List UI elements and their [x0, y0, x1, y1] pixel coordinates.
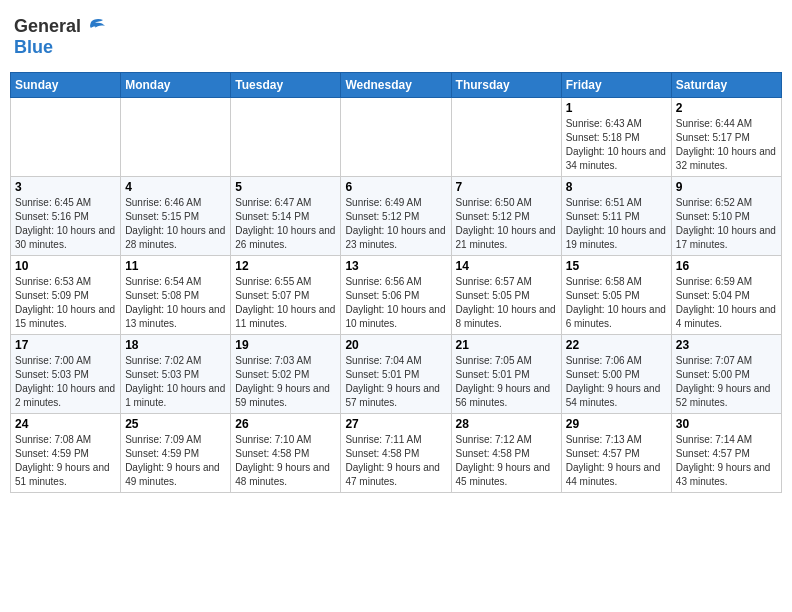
calendar-table: SundayMondayTuesdayWednesdayThursdayFrid…	[10, 72, 782, 493]
day-number: 11	[125, 259, 226, 273]
calendar-day-12: 12Sunrise: 6:55 AM Sunset: 5:07 PM Dayli…	[231, 256, 341, 335]
calendar-day-15: 15Sunrise: 6:58 AM Sunset: 5:05 PM Dayli…	[561, 256, 671, 335]
day-number: 16	[676, 259, 777, 273]
day-number: 15	[566, 259, 667, 273]
day-info: Sunrise: 6:51 AM Sunset: 5:11 PM Dayligh…	[566, 196, 667, 252]
day-info: Sunrise: 7:09 AM Sunset: 4:59 PM Dayligh…	[125, 433, 226, 489]
calendar-day-29: 29Sunrise: 7:13 AM Sunset: 4:57 PM Dayli…	[561, 414, 671, 493]
calendar-day-13: 13Sunrise: 6:56 AM Sunset: 5:06 PM Dayli…	[341, 256, 451, 335]
calendar-day-25: 25Sunrise: 7:09 AM Sunset: 4:59 PM Dayli…	[121, 414, 231, 493]
day-info: Sunrise: 7:00 AM Sunset: 5:03 PM Dayligh…	[15, 354, 116, 410]
calendar-header-wednesday: Wednesday	[341, 73, 451, 98]
calendar-day-5: 5Sunrise: 6:47 AM Sunset: 5:14 PM Daylig…	[231, 177, 341, 256]
calendar-week-row: 3Sunrise: 6:45 AM Sunset: 5:16 PM Daylig…	[11, 177, 782, 256]
calendar-header-friday: Friday	[561, 73, 671, 98]
day-number: 10	[15, 259, 116, 273]
calendar-day-22: 22Sunrise: 7:06 AM Sunset: 5:00 PM Dayli…	[561, 335, 671, 414]
day-info: Sunrise: 7:10 AM Sunset: 4:58 PM Dayligh…	[235, 433, 336, 489]
day-info: Sunrise: 6:46 AM Sunset: 5:15 PM Dayligh…	[125, 196, 226, 252]
calendar-day-11: 11Sunrise: 6:54 AM Sunset: 5:08 PM Dayli…	[121, 256, 231, 335]
day-info: Sunrise: 6:58 AM Sunset: 5:05 PM Dayligh…	[566, 275, 667, 331]
calendar-day-28: 28Sunrise: 7:12 AM Sunset: 4:58 PM Dayli…	[451, 414, 561, 493]
day-number: 20	[345, 338, 446, 352]
calendar-day-4: 4Sunrise: 6:46 AM Sunset: 5:15 PM Daylig…	[121, 177, 231, 256]
day-info: Sunrise: 6:55 AM Sunset: 5:07 PM Dayligh…	[235, 275, 336, 331]
day-number: 14	[456, 259, 557, 273]
day-number: 4	[125, 180, 226, 194]
calendar-empty-cell	[451, 98, 561, 177]
day-info: Sunrise: 6:44 AM Sunset: 5:17 PM Dayligh…	[676, 117, 777, 173]
day-info: Sunrise: 6:59 AM Sunset: 5:04 PM Dayligh…	[676, 275, 777, 331]
calendar-day-3: 3Sunrise: 6:45 AM Sunset: 5:16 PM Daylig…	[11, 177, 121, 256]
calendar-day-7: 7Sunrise: 6:50 AM Sunset: 5:12 PM Daylig…	[451, 177, 561, 256]
day-number: 8	[566, 180, 667, 194]
calendar-day-24: 24Sunrise: 7:08 AM Sunset: 4:59 PM Dayli…	[11, 414, 121, 493]
calendar-day-6: 6Sunrise: 6:49 AM Sunset: 5:12 PM Daylig…	[341, 177, 451, 256]
day-info: Sunrise: 7:11 AM Sunset: 4:58 PM Dayligh…	[345, 433, 446, 489]
day-number: 9	[676, 180, 777, 194]
day-info: Sunrise: 6:50 AM Sunset: 5:12 PM Dayligh…	[456, 196, 557, 252]
logo-bird-icon	[83, 18, 105, 36]
day-info: Sunrise: 6:56 AM Sunset: 5:06 PM Dayligh…	[345, 275, 446, 331]
calendar-day-9: 9Sunrise: 6:52 AM Sunset: 5:10 PM Daylig…	[671, 177, 781, 256]
day-info: Sunrise: 7:07 AM Sunset: 5:00 PM Dayligh…	[676, 354, 777, 410]
day-info: Sunrise: 6:52 AM Sunset: 5:10 PM Dayligh…	[676, 196, 777, 252]
calendar-week-row: 24Sunrise: 7:08 AM Sunset: 4:59 PM Dayli…	[11, 414, 782, 493]
calendar-day-21: 21Sunrise: 7:05 AM Sunset: 5:01 PM Dayli…	[451, 335, 561, 414]
calendar-header-sunday: Sunday	[11, 73, 121, 98]
day-number: 3	[15, 180, 116, 194]
calendar-day-27: 27Sunrise: 7:11 AM Sunset: 4:58 PM Dayli…	[341, 414, 451, 493]
calendar-day-20: 20Sunrise: 7:04 AM Sunset: 5:01 PM Dayli…	[341, 335, 451, 414]
day-info: Sunrise: 7:02 AM Sunset: 5:03 PM Dayligh…	[125, 354, 226, 410]
day-number: 19	[235, 338, 336, 352]
day-number: 28	[456, 417, 557, 431]
calendar-header-monday: Monday	[121, 73, 231, 98]
calendar-day-23: 23Sunrise: 7:07 AM Sunset: 5:00 PM Dayli…	[671, 335, 781, 414]
day-info: Sunrise: 7:08 AM Sunset: 4:59 PM Dayligh…	[15, 433, 116, 489]
day-number: 21	[456, 338, 557, 352]
day-number: 26	[235, 417, 336, 431]
day-number: 2	[676, 101, 777, 115]
logo: General Blue	[14, 16, 105, 58]
calendar-day-16: 16Sunrise: 6:59 AM Sunset: 5:04 PM Dayli…	[671, 256, 781, 335]
header: General Blue	[10, 10, 782, 64]
day-info: Sunrise: 6:49 AM Sunset: 5:12 PM Dayligh…	[345, 196, 446, 252]
day-info: Sunrise: 7:06 AM Sunset: 5:00 PM Dayligh…	[566, 354, 667, 410]
day-info: Sunrise: 6:43 AM Sunset: 5:18 PM Dayligh…	[566, 117, 667, 173]
logo-general-text: General	[14, 16, 81, 37]
day-number: 7	[456, 180, 557, 194]
calendar-day-2: 2Sunrise: 6:44 AM Sunset: 5:17 PM Daylig…	[671, 98, 781, 177]
calendar-header-thursday: Thursday	[451, 73, 561, 98]
calendar-empty-cell	[231, 98, 341, 177]
day-number: 6	[345, 180, 446, 194]
day-number: 23	[676, 338, 777, 352]
day-info: Sunrise: 7:05 AM Sunset: 5:01 PM Dayligh…	[456, 354, 557, 410]
calendar-week-row: 17Sunrise: 7:00 AM Sunset: 5:03 PM Dayli…	[11, 335, 782, 414]
day-info: Sunrise: 7:14 AM Sunset: 4:57 PM Dayligh…	[676, 433, 777, 489]
day-info: Sunrise: 6:47 AM Sunset: 5:14 PM Dayligh…	[235, 196, 336, 252]
calendar-day-19: 19Sunrise: 7:03 AM Sunset: 5:02 PM Dayli…	[231, 335, 341, 414]
day-number: 22	[566, 338, 667, 352]
day-info: Sunrise: 7:13 AM Sunset: 4:57 PM Dayligh…	[566, 433, 667, 489]
calendar-header-row: SundayMondayTuesdayWednesdayThursdayFrid…	[11, 73, 782, 98]
day-number: 27	[345, 417, 446, 431]
logo-blue-text: Blue	[14, 37, 53, 57]
calendar-day-14: 14Sunrise: 6:57 AM Sunset: 5:05 PM Dayli…	[451, 256, 561, 335]
day-number: 30	[676, 417, 777, 431]
calendar-day-17: 17Sunrise: 7:00 AM Sunset: 5:03 PM Dayli…	[11, 335, 121, 414]
calendar-header-tuesday: Tuesday	[231, 73, 341, 98]
calendar-empty-cell	[11, 98, 121, 177]
day-number: 24	[15, 417, 116, 431]
day-info: Sunrise: 6:54 AM Sunset: 5:08 PM Dayligh…	[125, 275, 226, 331]
calendar-empty-cell	[341, 98, 451, 177]
day-info: Sunrise: 6:45 AM Sunset: 5:16 PM Dayligh…	[15, 196, 116, 252]
calendar-week-row: 10Sunrise: 6:53 AM Sunset: 5:09 PM Dayli…	[11, 256, 782, 335]
day-number: 1	[566, 101, 667, 115]
calendar-day-1: 1Sunrise: 6:43 AM Sunset: 5:18 PM Daylig…	[561, 98, 671, 177]
calendar-day-26: 26Sunrise: 7:10 AM Sunset: 4:58 PM Dayli…	[231, 414, 341, 493]
calendar-week-row: 1Sunrise: 6:43 AM Sunset: 5:18 PM Daylig…	[11, 98, 782, 177]
day-number: 18	[125, 338, 226, 352]
day-number: 5	[235, 180, 336, 194]
day-number: 17	[15, 338, 116, 352]
day-number: 29	[566, 417, 667, 431]
